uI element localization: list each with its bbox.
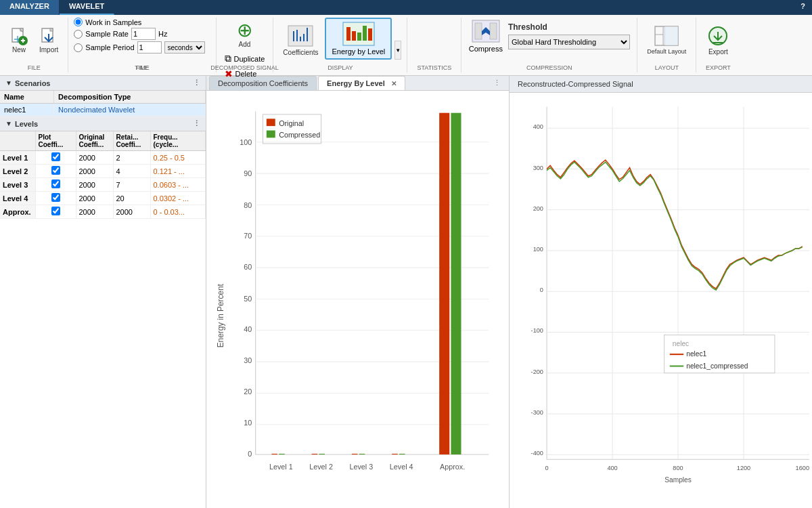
tab-analyzer[interactable]: ANALYZER — [0, 0, 60, 15]
svg-rect-21 — [363, 26, 367, 41]
right-legend-title: nelec — [673, 340, 689, 347]
y-tick-50: 50 — [244, 295, 252, 303]
y-right-tick-300: 300 — [533, 165, 543, 171]
level-row-2[interactable]: Level 2 2000 4 0.121 - ... — [0, 165, 206, 178]
levels-header: ▼ Levels ⋮ — [0, 117, 206, 131]
bar-approx-compressed — [451, 113, 461, 454]
level-1-retained: 2 — [113, 151, 150, 165]
work-in-samples-row[interactable]: Work in Samples — [74, 18, 204, 26]
file-group-label: FILE — [28, 64, 41, 71]
threshold-label: Threshold — [508, 22, 630, 32]
level-row-approx[interactable]: Approx. 2000 2000 0 - 0.03... — [0, 205, 206, 219]
approx-checkbox[interactable] — [35, 205, 76, 219]
signal-nelec1-compressed — [547, 162, 803, 290]
y-tick-70: 70 — [244, 232, 252, 240]
tab-energy-close[interactable]: ✕ — [391, 80, 397, 87]
level-3-original: 2000 — [76, 178, 113, 192]
level-1-checkbox[interactable] — [35, 151, 76, 165]
bar-level3-compressed — [359, 454, 365, 454]
threshold-select[interactable]: Global Hard Thresholding — [508, 35, 630, 49]
time-radio-group: Work in Samples Sample Rate Hz Sample Pe… — [74, 18, 210, 63]
default-layout-button[interactable]: Default Layout — [643, 22, 690, 58]
sample-period-row[interactable]: Sample Period seconds — [74, 41, 204, 54]
levels-menu-icon[interactable]: ⋮ — [193, 119, 200, 128]
scenarios-menu-icon[interactable]: ⋮ — [193, 79, 200, 87]
export-button[interactable]: Export — [702, 22, 734, 59]
x-label-level2: Level 2 — [309, 463, 333, 471]
scenario-row[interactable]: nelec1 Nondecimated Wavelet — [0, 104, 206, 117]
sample-rate-label: Sample Rate — [85, 30, 129, 38]
y-tick-40: 40 — [244, 325, 252, 333]
level-row-4[interactable]: Level 4 2000 20 0.0302 - ... — [0, 192, 206, 205]
y-tick-80: 80 — [244, 201, 252, 209]
new-icon — [9, 27, 28, 46]
levels-col-empty — [0, 131, 35, 151]
scenarios-col-name: Name — [0, 91, 54, 104]
svg-rect-20 — [357, 33, 361, 41]
y-right-tick-neg400: -400 — [531, 450, 543, 457]
y-tick-90: 90 — [244, 169, 252, 177]
level-1-freq: 0.25 - 0.5 — [150, 151, 206, 165]
duplicate-icon: ⧉ — [225, 53, 231, 64]
y-tick-0: 0 — [248, 450, 252, 458]
level-4-retained: 20 — [113, 192, 150, 205]
bar-level4-compressed — [399, 454, 405, 454]
level-4-name: Level 4 — [0, 192, 35, 205]
energy-chart-area: Energy in Percent 0 10 20 30 40 50 60 70… — [206, 91, 509, 508]
sample-period-unit-select[interactable]: seconds — [164, 41, 205, 54]
time-label-actual: TIME — [135, 64, 150, 71]
new-label: New — [12, 46, 26, 54]
levels-collapse-icon[interactable]: ▼ — [5, 120, 12, 127]
level-2-checkbox[interactable] — [35, 165, 76, 178]
display-dropdown[interactable]: ▼ — [394, 41, 401, 60]
bar-level3-original — [352, 454, 358, 454]
help-button[interactable]: ? — [794, 0, 812, 15]
sample-period-input[interactable] — [137, 41, 162, 54]
tab-wavelet[interactable]: WAVELET — [60, 0, 114, 15]
display-group-label: DISPLAY — [328, 64, 353, 71]
energy-by-level-icon — [342, 22, 375, 47]
level-4-checkbox[interactable] — [35, 192, 76, 205]
add-button[interactable]: ⊕ Add — [231, 18, 258, 50]
import-icon — [39, 27, 58, 46]
legend-compressed-color — [267, 131, 275, 138]
scenarios-collapse-icon[interactable]: ▼ — [5, 79, 12, 87]
bar-level2-compressed — [319, 454, 325, 454]
reconstructed-signal-svg: -400 -300 -200 -100 0 100 200 300 400 — [512, 96, 809, 505]
level-1-original: 2000 — [76, 151, 113, 165]
scenario-name: nelec1 — [0, 104, 54, 117]
title-bar: ANALYZER WAVELET ? — [0, 0, 812, 15]
sample-period-radio[interactable] — [74, 43, 83, 52]
level-row-3[interactable]: Level 3 2000 7 0.0603 - ... — [0, 178, 206, 192]
x-right-tick-1200: 1200 — [737, 465, 750, 471]
sample-rate-row[interactable]: Sample Rate Hz — [74, 28, 204, 40]
energy-chart-svg: Energy in Percent 0 10 20 30 40 50 60 70… — [212, 96, 503, 506]
import-button[interactable]: Import — [35, 24, 62, 57]
approx-name: Approx. — [0, 205, 35, 219]
y-right-tick-0: 0 — [540, 287, 543, 293]
new-button[interactable]: New — [5, 24, 32, 57]
energy-by-level-button[interactable]: Energy by Level — [325, 18, 392, 60]
sample-rate-input[interactable] — [131, 28, 156, 40]
y-right-tick-neg100: -100 — [531, 327, 543, 334]
bar-level2-original — [312, 454, 318, 454]
right-legend-nelec1: nelec1 — [686, 350, 706, 358]
coefficients-button[interactable]: Coefficients — [279, 22, 322, 60]
y-tick-100: 100 — [240, 138, 252, 146]
y-tick-60: 60 — [244, 263, 252, 271]
legend-original-label: Original — [279, 119, 304, 127]
duplicate-button[interactable]: ⧉ Duplicate — [222, 51, 268, 66]
level-3-freq: 0.0603 - ... — [150, 178, 206, 192]
center-panel-menu[interactable]: ⋮ — [488, 76, 506, 90]
coefficients-icon — [287, 24, 314, 49]
left-panel: ▼ Scenarios ⋮ Name Decomposition Type ne… — [0, 76, 206, 508]
sample-rate-radio[interactable] — [74, 30, 83, 39]
level-3-checkbox[interactable] — [35, 178, 76, 192]
legend-compressed-label: Compressed — [279, 131, 320, 139]
layout-label: LAYOUT — [655, 64, 679, 71]
work-in-samples-radio[interactable] — [74, 18, 83, 26]
add-label: Add — [239, 41, 251, 49]
x-right-tick-400: 400 — [607, 465, 617, 471]
level-row-1[interactable]: Level 1 2000 2 0.25 - 0.5 — [0, 151, 206, 165]
scenarios-col-type: Decomposition Type — [54, 91, 206, 104]
